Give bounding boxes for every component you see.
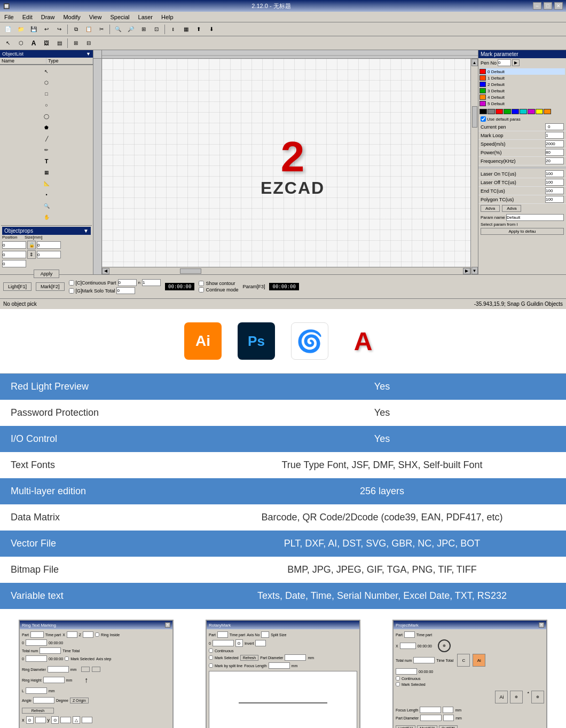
total-input[interactable] — [116, 287, 135, 294]
proj-out-btn[interactable]: Quit[F5] — [439, 725, 458, 728]
menu-edit[interactable]: Edit — [20, 14, 35, 20]
vertical-scrollbar[interactable]: ▲ ▼ — [470, 59, 478, 274]
end-tc-input[interactable] — [545, 187, 564, 194]
project-close[interactable]: ✕ — [539, 622, 544, 628]
use-default-checkbox[interactable] — [481, 116, 486, 122]
tool-hand[interactable]: ✋ — [41, 212, 52, 223]
tool-measure[interactable]: 📐 — [41, 178, 52, 189]
link-icon[interactable]: ⇕ — [27, 250, 36, 259]
apply-default-btn[interactable]: Apply to defau — [481, 228, 564, 235]
size-y-input[interactable] — [37, 251, 61, 258]
menu-laser[interactable]: Laser — [136, 14, 155, 20]
size-x-input[interactable] — [37, 241, 61, 249]
pen-no-input[interactable] — [498, 59, 511, 66]
adva-button[interactable]: Adva — [481, 205, 500, 212]
maximize-button[interactable]: □ — [544, 2, 552, 10]
proj-mark-btn[interactable]: Mark[F2] — [417, 725, 437, 728]
toolbar-export[interactable]: ⬇ — [206, 23, 217, 35]
adva-btn2[interactable]: Adva — [502, 205, 521, 212]
toolbar-barcode[interactable]: ▤ — [53, 37, 65, 49]
ps-icon[interactable]: Ps — [238, 322, 275, 360]
show-contour-checkbox[interactable] — [199, 281, 204, 286]
minimize-button[interactable]: – — [533, 2, 541, 10]
menu-draw[interactable]: Draw — [39, 14, 57, 20]
apply-button[interactable]: Apply — [34, 270, 60, 278]
pen-row-1[interactable]: 1 Default — [479, 75, 565, 81]
continue-mode-checkbox[interactable] — [199, 287, 204, 292]
toolbar-new[interactable]: 📄 — [2, 23, 14, 35]
toolbar-copy[interactable]: ⧉ — [70, 23, 82, 35]
pen-row-0[interactable]: 0 Default — [479, 68, 565, 75]
n-input[interactable] — [142, 279, 161, 286]
toolbar-bitmap[interactable]: 🖼 — [41, 37, 52, 49]
tool-line[interactable]: ╱ — [41, 133, 52, 144]
proj-light-btn[interactable]: Light[F1] — [396, 725, 415, 728]
z-origin-btn[interactable]: Z Origin — [70, 698, 89, 703]
horizontal-scrollbar[interactable]: ◀ ▶ — [102, 267, 470, 274]
toolbar-zoom-in[interactable]: 🔍 — [112, 23, 124, 35]
g-mark-checkbox[interactable] — [69, 288, 74, 294]
pen-row-3[interactable]: 3 Default — [479, 88, 565, 94]
ring-mark-close[interactable]: ✕ — [165, 622, 170, 628]
menu-help[interactable]: Help — [159, 14, 176, 20]
tool-hatch[interactable]: ▦ — [41, 167, 52, 178]
toolbar-paste[interactable]: 📋 — [83, 23, 95, 35]
pos-x-input[interactable] — [2, 241, 26, 249]
tool-polygon[interactable]: ⬟ — [41, 122, 52, 133]
pen-expand-btn[interactable]: ▶ — [512, 59, 520, 66]
pen-row-4[interactable]: 4 Default — [479, 94, 565, 100]
mark-loop-input[interactable] — [545, 132, 564, 139]
polygon-tc-input[interactable] — [545, 196, 564, 203]
laser-off-input[interactable] — [545, 179, 564, 186]
toolbar-redo[interactable]: ↪ — [53, 23, 65, 35]
tool-node-edit[interactable]: ⬡ — [41, 77, 52, 88]
toolbar-node[interactable]: ⬡ — [15, 37, 27, 49]
tool-zoom[interactable]: 🔍 — [41, 201, 52, 211]
light-f1-button[interactable]: Light[F1] — [3, 282, 32, 291]
ai-icon[interactable]: Ai — [184, 322, 222, 360]
toolbar-zoom-select[interactable]: ⊡ — [151, 23, 162, 35]
menu-view[interactable]: View — [87, 14, 104, 20]
a-icon[interactable]: A — [344, 322, 382, 360]
toolbar-snap-obj[interactable]: ⊟ — [83, 37, 95, 49]
menu-special[interactable]: Special — [108, 14, 131, 20]
pos-z-input[interactable] — [2, 260, 26, 267]
sw-icon[interactable]: 🌀 — [291, 322, 328, 360]
pos-y-input[interactable] — [2, 251, 26, 258]
refresh-btn[interactable]: Refresh — [22, 708, 54, 714]
toolbar-import[interactable]: ⬆ — [193, 23, 205, 35]
tool-text[interactable]: T — [41, 156, 52, 167]
toolbar-select[interactable]: ↖ — [2, 37, 14, 49]
tool-rectangle[interactable]: □ — [41, 89, 52, 99]
canvas-area[interactable]: 2 EZCAD ◀ ▶ — [102, 59, 470, 274]
close-button[interactable]: ✕ — [554, 2, 563, 10]
toolbar-undo[interactable]: ↩ — [41, 23, 52, 35]
lock-icon[interactable]: 🔒 — [27, 241, 36, 249]
rotary-refresh-btn[interactable]: Refresh — [240, 655, 259, 661]
toolbar-save[interactable]: 💾 — [28, 23, 40, 35]
frequency-input[interactable] — [545, 157, 564, 164]
pen-row-2[interactable]: 2 Default — [479, 81, 565, 88]
toolbar-open[interactable]: 📁 — [15, 23, 27, 35]
tool-select[interactable]: ↖ — [41, 66, 52, 77]
param-name-input[interactable] — [506, 214, 564, 221]
toolbar-cut[interactable]: ✂ — [96, 23, 107, 35]
menu-file[interactable]: File — [2, 14, 16, 20]
object-list-close[interactable]: ▼ — [86, 51, 91, 57]
tool-pen[interactable]: ✏ — [41, 145, 52, 155]
tool-ellipse[interactable]: ◯ — [41, 111, 52, 122]
toolbar-align[interactable]: ⫾ — [167, 23, 179, 35]
continuous-checkbox[interactable] — [69, 280, 74, 286]
pen-row-5[interactable]: 5 Default — [479, 100, 565, 107]
part-input[interactable] — [118, 279, 137, 286]
toolbar-text[interactable]: A — [28, 37, 40, 49]
power-input[interactable] — [545, 149, 564, 156]
mark-f2-button[interactable]: Mark[F2] — [36, 282, 65, 291]
tool-point[interactable]: • — [41, 189, 52, 200]
current-pen-input[interactable] — [545, 123, 564, 130]
speed-input[interactable] — [545, 140, 564, 147]
toolbar-zoom-all[interactable]: ⊞ — [138, 23, 150, 35]
laser-on-input[interactable] — [545, 170, 564, 177]
tool-circle[interactable]: ○ — [41, 100, 52, 110]
menu-modify[interactable]: Modify — [61, 14, 82, 20]
